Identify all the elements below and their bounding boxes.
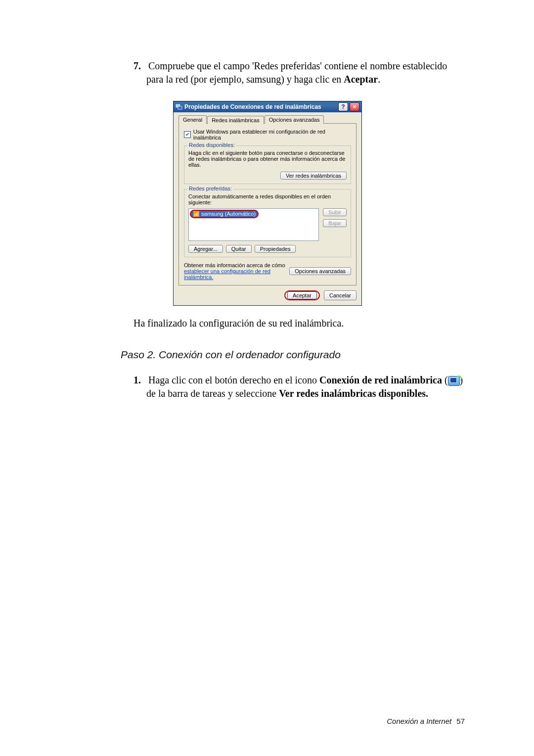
group-preferred-label: Redes preferidas: [187,186,233,191]
xp-properties-dialog: Propiedades de Conexiones de red inalámb… [173,101,361,306]
step-1-t2: de la barra de tareas y seleccione [146,388,279,399]
step-7-accept: Aceptar [344,74,378,85]
wireless-tray-icon [448,376,460,386]
step-1-b1: Conexión de red inalámbrica [319,375,442,385]
move-up-button[interactable]: Subir [323,208,347,216]
step-1-number: 1. [134,375,141,385]
footer-section: Conexión a Internet [387,717,451,725]
move-down-button[interactable]: Bajar [323,219,347,227]
dialog-title: Propiedades de Conexiones de red inalámb… [184,103,321,110]
use-windows-checkbox[interactable]: ✔ [184,131,191,138]
paren-open: ( [442,375,448,385]
close-button[interactable]: × [350,102,359,111]
group-preferred-desc: Conectar automáticamente a redes disponi… [188,193,347,205]
step-1-b2: Ver redes inalámbricas disponibles. [279,388,428,399]
step-7-period: . [378,74,380,85]
tab-row: General Redes inalámbricas Opciones avan… [178,115,356,124]
more-info-text: Obtener más información acerca de cómo [184,262,285,268]
svg-rect-1 [178,106,182,109]
dialog-titlebar[interactable]: Propiedades de Conexiones de red inalámb… [174,101,361,112]
help-button[interactable]: ? [338,102,348,111]
step-7-number: 7. [134,60,141,71]
use-windows-label: Usar Windows para establecer mi configur… [193,129,351,141]
network-icon [176,103,182,110]
tab-panel: ✔ Usar Windows para establecer mi config… [178,123,356,285]
group-available: Redes disponibles: Haga clic en el sigui… [184,145,351,184]
remove-button[interactable]: Quitar [226,245,252,253]
finished-text: Ha finalizado la configuración de su red… [134,318,465,329]
ok-button[interactable]: Aceptar [287,291,317,299]
add-button[interactable]: Agregar... [188,245,223,253]
preferred-item-samsung[interactable]: 📶 samsung (Automático) [190,210,259,218]
tab-general[interactable]: General [178,115,207,124]
step-1-t1: Haga clic con el botón derecho en el ico… [148,375,319,385]
step-7: 7. Compruebe que el campo 'Redes preferi… [134,59,465,86]
preferred-listbox[interactable]: 📶 samsung (Automático) [188,208,319,241]
step-7-text: Compruebe que el campo 'Redes preferidas… [146,60,447,85]
advanced-options-button[interactable]: Opciones avanzadas [289,267,351,275]
footer-page: 57 [456,717,465,725]
view-networks-button[interactable]: Ver redes inalámbricas [280,172,347,180]
tab-wireless[interactable]: Redes inalámbricas [207,116,264,124]
group-available-desc: Haga clic en el siguiente botón para con… [188,150,347,168]
tab-advanced[interactable]: Opciones avanzadas [265,115,324,124]
step2-heading: Paso 2. Conexión con el ordenador config… [121,349,465,361]
step-1: 1. Haga clic con el botón derecho en el … [134,374,465,400]
props-button[interactable]: Propiedades [255,245,296,253]
group-available-label: Redes disponibles: [187,142,236,148]
more-info-link[interactable]: establecer una configuración de red inal… [184,268,270,280]
group-preferred: Redes preferidas: Conectar automáticamen… [184,189,351,257]
cancel-button[interactable]: Cancelar [324,290,356,300]
page-footer: Conexión a Internet 57 [387,717,465,725]
